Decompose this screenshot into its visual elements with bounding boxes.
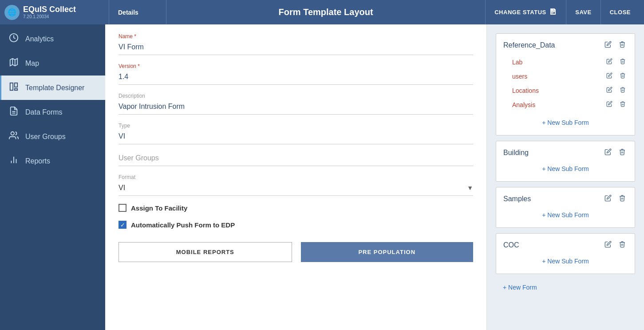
change-status-button[interactable]: CHANGE STATUS 🖹 xyxy=(485,0,566,24)
edit-reference-data-button[interactable] xyxy=(603,40,613,51)
sidebar-item-reports[interactable]: Reports xyxy=(0,149,105,173)
content-area: Name * VI Form Version * 1.4 Description… xyxy=(105,24,644,330)
sidebar-label-template-designer: Template Designer xyxy=(25,84,84,92)
assign-facility-checkbox[interactable] xyxy=(119,204,126,212)
topbar: 🌐 EQuIS Collect 7.20.1.20034 Details For… xyxy=(0,0,644,24)
sidebar-label-reports: Reports xyxy=(25,157,50,165)
description-value[interactable]: Vapor Intrusion Form xyxy=(119,101,473,115)
edit-icon xyxy=(604,41,612,48)
app-title-group: EQuIS Collect 7.20.1.20034 xyxy=(23,5,76,19)
sidebar-item-data-forms[interactable]: Data Forms xyxy=(0,100,105,124)
delete-reference-data-button[interactable] xyxy=(617,40,628,51)
format-value: VI xyxy=(119,184,125,192)
sub-item-actions-users xyxy=(604,72,628,81)
type-value[interactable]: VI xyxy=(119,131,473,144)
save-button[interactable]: SAVE xyxy=(566,0,600,24)
new-sub-form-building[interactable]: + New Sub Form xyxy=(503,163,628,175)
form-card-building: Building + New Sub Form xyxy=(496,141,635,182)
mobile-reports-label: MOBILE REPORTS xyxy=(176,249,234,255)
sub-item-actions-lab xyxy=(604,57,628,67)
form-card-header-building: Building xyxy=(503,147,628,158)
sub-item-users: users xyxy=(512,69,628,83)
delete-analysis-button[interactable] xyxy=(618,100,628,110)
sub-items-reference-data: Lab users xyxy=(512,55,628,112)
svg-point-6 xyxy=(11,132,14,135)
svg-rect-3 xyxy=(15,89,17,91)
name-label: Name * xyxy=(119,33,473,40)
user-groups-placeholder[interactable]: User Groups xyxy=(119,152,473,166)
edit-lab-button[interactable] xyxy=(604,57,614,67)
form-card-actions-building xyxy=(603,147,628,158)
sidebar-label-data-forms: Data Forms xyxy=(25,108,63,116)
edit-coc-button[interactable] xyxy=(603,240,613,250)
trash-icon xyxy=(619,41,626,48)
edit-locations-button[interactable] xyxy=(604,86,614,95)
page-title: Form Template Layout xyxy=(166,7,485,17)
auto-push-label: Automatically Push Form to EDP xyxy=(131,221,235,229)
edit-users-button[interactable] xyxy=(604,72,614,81)
save-label: SAVE xyxy=(575,9,591,16)
delete-building-button[interactable] xyxy=(617,147,628,158)
delete-samples-button[interactable] xyxy=(617,194,628,204)
sub-item-label-lab: Lab xyxy=(512,59,522,66)
sidebar-item-user-groups[interactable]: User Groups xyxy=(0,124,105,149)
delete-lab-button[interactable] xyxy=(618,57,628,67)
sidebar-item-analytics[interactable]: Analytics xyxy=(0,27,105,51)
form-card-reference-data: Reference_Data Lab xyxy=(496,33,635,135)
assign-facility-row: Assign To Facility xyxy=(119,204,473,212)
user-groups-icon xyxy=(8,131,19,143)
version-value[interactable]: 1.4 xyxy=(119,71,473,85)
app-logo: 🌐 EQuIS Collect 7.20.1.20034 xyxy=(4,5,109,20)
version-label: Version * xyxy=(119,63,473,69)
close-button[interactable]: CLOSE xyxy=(601,0,640,24)
form-card-actions-samples xyxy=(603,194,628,204)
sub-item-locations: Locations xyxy=(512,83,628,98)
sidebar-label-map: Map xyxy=(25,60,39,68)
user-groups-label: User Groups xyxy=(119,154,159,162)
edit-analysis-button[interactable] xyxy=(604,100,614,110)
form-card-actions-coc xyxy=(603,240,628,250)
analytics-icon xyxy=(8,33,19,45)
sub-item-actions-analysis xyxy=(604,100,628,110)
new-sub-form-samples[interactable]: + New Sub Form xyxy=(503,209,628,221)
description-label: Description xyxy=(119,93,473,99)
delete-coc-button[interactable] xyxy=(617,240,628,250)
delete-locations-button[interactable] xyxy=(618,86,628,95)
reports-icon xyxy=(8,155,19,167)
edit-building-button[interactable] xyxy=(603,147,613,158)
section-title: Details xyxy=(109,0,166,24)
pre-population-button[interactable]: PRE POPULATION xyxy=(301,242,474,262)
format-field-group: Format VI ▼ xyxy=(119,174,473,196)
delete-users-button[interactable] xyxy=(618,72,628,81)
edit-samples-button[interactable] xyxy=(603,194,613,204)
app-title: EQuIS Collect xyxy=(23,5,76,14)
sub-item-label-users: users xyxy=(512,73,527,80)
auto-push-checkbox[interactable]: ✓ xyxy=(119,221,126,229)
form-card-samples: Samples + New Sub Form xyxy=(496,187,635,228)
type-field-group: Type VI xyxy=(119,123,473,144)
app-icon: 🌐 xyxy=(4,5,20,20)
mobile-reports-button[interactable]: MOBILE REPORTS xyxy=(119,242,292,262)
new-sub-form-coc[interactable]: + New Sub Form xyxy=(503,255,628,267)
new-form-label: + New Form xyxy=(503,284,537,291)
main-layout: Analytics Map Template Designer Data For… xyxy=(0,24,644,330)
status-icon: 🖹 xyxy=(549,8,557,17)
sub-item-analysis: Analysis xyxy=(512,98,628,112)
format-select[interactable]: VI ▼ xyxy=(119,182,473,196)
form-card-header-coc: COC xyxy=(503,240,628,250)
sidebar-item-map[interactable]: Map xyxy=(0,51,105,76)
name-value[interactable]: VI Form xyxy=(119,41,473,55)
sidebar: Analytics Map Template Designer Data For… xyxy=(0,24,105,330)
close-label: CLOSE xyxy=(610,9,631,16)
template-designer-icon xyxy=(8,82,19,94)
pre-population-label: PRE POPULATION xyxy=(358,249,415,255)
sub-item-actions-locations xyxy=(604,86,628,95)
chevron-down-icon: ▼ xyxy=(467,184,473,191)
sidebar-item-template-designer[interactable]: Template Designer xyxy=(0,76,105,100)
description-field-group: Description Vapor Intrusion Form xyxy=(119,93,473,115)
sub-item-label-analysis: Analysis xyxy=(512,101,535,108)
version-field-group: Version * 1.4 xyxy=(119,63,473,85)
new-sub-form-reference-data[interactable]: + New Sub Form xyxy=(503,116,628,129)
new-form-link[interactable]: + New Form xyxy=(496,279,635,295)
form-card-header-reference-data: Reference_Data xyxy=(503,40,628,51)
